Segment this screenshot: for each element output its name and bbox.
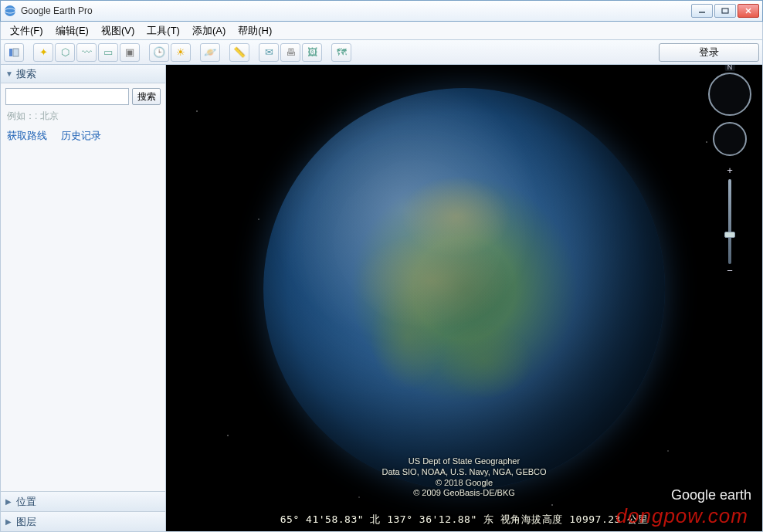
- sunlight-button[interactable]: ☀: [171, 43, 191, 62]
- search-panel-title: 搜索: [16, 67, 36, 81]
- attrib-line: © 2018 Google: [382, 478, 546, 489]
- print-icon: 🖶: [286, 46, 296, 58]
- status-bar: 65° 41'58.83" 北 137° 36'12.88" 东 视角海拔高度 …: [166, 513, 762, 527]
- email-icon: ✉: [265, 46, 273, 58]
- save-image-button[interactable]: 🖼: [302, 43, 322, 62]
- attrib-line: US Dept of State Geographer: [382, 456, 546, 467]
- view-in-maps-button[interactable]: 🗺: [331, 43, 351, 62]
- viewport[interactable]: N + − US Dept of State Geographer Data S…: [166, 65, 762, 531]
- placemark-button[interactable]: ✦: [33, 43, 53, 62]
- polygon-button[interactable]: ⬡: [55, 43, 75, 62]
- search-button[interactable]: 搜索: [132, 88, 161, 105]
- ruler-icon: 📏: [233, 46, 246, 58]
- login-button[interactable]: 登录: [659, 43, 759, 62]
- menu-file[interactable]: 文件(F): [4, 22, 49, 39]
- main-area: ▼ 搜索 搜索 例如：: 北京 获取路线 历史记录 ▶ 位置 ▶ 图层 N: [0, 65, 763, 532]
- email-button[interactable]: ✉: [259, 43, 279, 62]
- record-tour-button[interactable]: ▣: [120, 43, 140, 62]
- history-link[interactable]: 历史记录: [61, 129, 101, 143]
- attribution: US Dept of State Geographer Data SIO, NO…: [382, 456, 546, 499]
- search-row: 搜索: [1, 83, 165, 110]
- window-controls: [691, 4, 759, 18]
- title-bar: Google Earth Pro: [0, 0, 763, 22]
- zoom-slider[interactable]: [728, 179, 731, 264]
- print-button[interactable]: 🖶: [280, 43, 300, 62]
- globe[interactable]: [263, 88, 665, 490]
- image-overlay-button[interactable]: ▭: [98, 43, 118, 62]
- get-directions-link[interactable]: 获取路线: [7, 129, 47, 143]
- camera-icon: ▣: [125, 46, 134, 58]
- window-title: Google Earth Pro: [21, 5, 691, 16]
- svg-rect-7: [13, 49, 19, 56]
- historical-imagery-button[interactable]: 🕒: [149, 43, 169, 62]
- attrib-line: © 2009 GeoBasis-DE/BKG: [382, 488, 546, 499]
- compass-control[interactable]: N: [708, 73, 751, 116]
- zoom-out-button[interactable]: −: [724, 266, 736, 278]
- svg-rect-3: [722, 8, 728, 13]
- look-joystick[interactable]: [713, 122, 747, 156]
- search-input[interactable]: [5, 88, 129, 105]
- image-overlay-icon: ▭: [103, 46, 113, 58]
- app-icon: [4, 5, 16, 17]
- path-button[interactable]: 〰: [76, 43, 97, 62]
- toolbar: ✦ ⬡ 〰 ▭ ▣ 🕒 ☀ 🪐 📏 ✉ 🖶 🖼 🗺 登录: [0, 40, 763, 65]
- sidebar: ▼ 搜索 搜索 例如：: 北京 获取路线 历史记录 ▶ 位置 ▶ 图层: [1, 65, 166, 531]
- clock-icon: 🕒: [153, 46, 165, 58]
- menu-add[interactable]: 添加(A): [186, 22, 232, 39]
- north-label: N: [725, 65, 735, 71]
- svg-rect-6: [9, 49, 12, 56]
- menu-help[interactable]: 帮助(H): [232, 22, 278, 39]
- search-panel-header[interactable]: ▼ 搜索: [1, 65, 165, 83]
- ruler-button[interactable]: 📏: [229, 43, 249, 62]
- menu-view[interactable]: 视图(V): [95, 22, 141, 39]
- places-panel-title: 位置: [16, 495, 36, 509]
- menu-edit[interactable]: 编辑(E): [49, 22, 95, 39]
- path-icon: 〰: [82, 46, 92, 58]
- layers-panel-title: 图层: [16, 515, 36, 529]
- svg-point-0: [5, 5, 15, 16]
- sun-icon: ☀: [176, 46, 185, 58]
- google-earth-logo: Google earth: [671, 487, 751, 503]
- maximize-button[interactable]: [714, 4, 736, 18]
- collapse-arrow-icon: ▼: [5, 69, 13, 78]
- planet-button[interactable]: 🪐: [200, 43, 220, 62]
- close-button[interactable]: [738, 4, 759, 18]
- search-links: 获取路线 历史记录: [1, 126, 165, 146]
- menu-bar: 文件(F) 编辑(E) 视图(V) 工具(T) 添加(A) 帮助(H): [0, 22, 763, 40]
- save-image-icon: 🖼: [307, 46, 317, 58]
- pushpin-icon: ✦: [39, 46, 48, 58]
- hide-sidebar-button[interactable]: [4, 43, 24, 62]
- attrib-line: Data SIO, NOAA, U.S. Navy, NGA, GEBCO: [382, 467, 546, 478]
- planet-icon: 🪐: [204, 46, 216, 58]
- expand-arrow-icon: ▶: [5, 497, 12, 506]
- zoom-in-button[interactable]: +: [724, 165, 736, 178]
- maps-icon: 🗺: [337, 46, 347, 58]
- zoom-control: + −: [723, 165, 737, 278]
- menu-tools[interactable]: 工具(T): [141, 22, 186, 39]
- expand-arrow-icon: ▶: [5, 517, 12, 526]
- places-panel-header[interactable]: ▶ 位置: [1, 491, 165, 511]
- nav-controls: N + −: [707, 73, 753, 278]
- minimize-button[interactable]: [691, 4, 713, 18]
- layers-panel-header[interactable]: ▶ 图层: [1, 511, 165, 531]
- zoom-handle[interactable]: [724, 232, 735, 238]
- search-hint: 例如：: 北京: [1, 110, 165, 126]
- polygon-icon: ⬡: [61, 46, 70, 58]
